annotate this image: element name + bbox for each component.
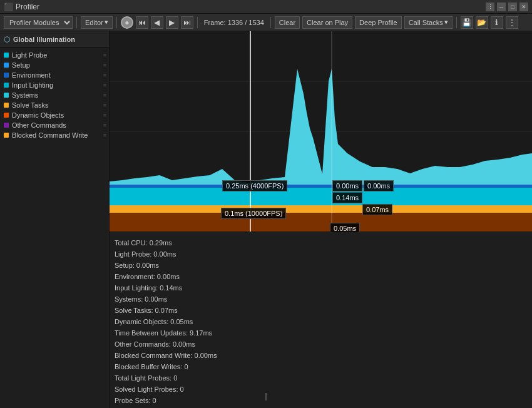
stat-line-6: Solve Tasks: 0.07ms [115,305,527,316]
stat-line-8: Time Between Updates: 9.17ms [115,327,527,339]
record-btn[interactable]: ● [121,16,133,29]
profiler-icon: ⬛ [4,3,13,11]
legend-label-blocked-command-write: Blocked Command Write [12,131,88,139]
section-header: ⬡ Global Illumination [0,31,109,48]
stat-line-5: Systems: 0.00ms [115,293,527,305]
stat-line-3: Environment: 0.00ms [115,271,527,282]
legend-item-other-commands[interactable]: Other Commands ≡ [0,120,109,130]
window-title: Profiler [16,3,486,11]
stat-line-12: Total Light Probes: 0 [115,372,527,384]
more-btn[interactable]: ⋮ [506,16,518,29]
profiler-chart[interactable] [110,31,532,232]
minimize-btn[interactable]: ─ [497,3,506,11]
window-controls: ⋮ ─ □ ✕ [486,3,528,11]
toolbar-separator-1 [76,17,77,28]
legend-handle-blocked-command-write: ≡ [103,132,106,138]
close-btn[interactable]: ✕ [519,3,528,11]
stat-line-14: Probe Sets: 0 [115,395,527,406]
left-panel: ⬡ Global Illumination Light Probe ≡ Setu… [0,31,110,408]
legend-dot-solve-tasks [4,103,9,108]
legend-label-other-commands: Other Commands [12,121,66,129]
stat-line-2: Setup: 0.00ms [115,260,527,271]
title-bar: ⬛ Profiler ⋮ ─ □ ✕ [0,0,532,14]
legend-item-setup[interactable]: Setup ≡ [0,60,109,70]
stat-line-1: Light Probe: 0.00ms [115,248,527,260]
legend-handle-setup: ≡ [103,62,106,68]
legend-list: Light Probe ≡ Setup ≡ Environment ≡ Inpu… [0,48,109,143]
stat-line-7: Dynamic Objects: 0.05ms [115,316,527,327]
stats-panel: Total CPU: 0.29msLight Probe: 0.00msSetu… [110,232,532,408]
legend-handle-dynamic-objects: ≡ [103,112,106,118]
legend-label-environment: Environment [12,71,51,79]
legend-item-input-lighting[interactable]: Input Lighting ≡ [0,80,109,90]
legend-item-light-probe[interactable]: Light Probe ≡ [0,50,109,60]
legend-item-systems[interactable]: Systems ≡ [0,90,109,100]
legend-label-systems: Systems [12,91,38,99]
call-stacks-btn[interactable]: Call Stacks ▾ [404,16,453,29]
legend-label-solve-tasks: Solve Tasks [12,101,49,109]
stat-line-11: Blocked Buffer Writes: 0 [115,361,527,372]
deep-profile-btn[interactable]: Deep Profile [355,16,402,29]
section-icon: ⬡ [4,35,10,44]
legend-handle-systems: ≡ [103,92,106,98]
toolbar-separator-4 [270,17,271,28]
toolbar-separator-2 [116,17,117,28]
legend-label-light-probe: Light Probe [12,51,47,59]
prev-frame-btn[interactable]: ⏮ [136,16,148,29]
legend-label-setup: Setup [12,61,30,69]
legend-item-environment[interactable]: Environment ≡ [0,70,109,80]
step-fwd-btn[interactable]: ▶ [166,16,178,29]
toolbar: Profiler Modules Editor ▾ ● ⏮ ◀ ▶ ⏭ Fram… [0,14,532,31]
save-btn[interactable]: 💾 [461,16,473,29]
legend-handle-light-probe: ≡ [103,52,106,58]
load-btn[interactable]: 📂 [476,16,488,29]
stat-line-4: Input Lighting: 0.14ms [115,282,527,293]
right-panel: 0.25ms (4000FPS) 0.1ms (10000FPS) 0.00ms… [110,31,532,408]
frame-label: Frame: 1336 / 1534 [202,19,267,26]
legend-handle-other-commands: ≡ [103,122,106,128]
legend-item-blocked-command-write[interactable]: Blocked Command Write ≡ [0,130,109,140]
legend-dot-other-commands [4,123,9,128]
legend-label-dynamic-objects: Dynamic Objects [12,111,64,119]
info-btn[interactable]: ℹ [491,16,503,29]
stat-line-0: Total CPU: 0.29ms [115,237,527,248]
maximize-btn[interactable]: □ [508,3,517,11]
profiler-modules-select[interactable]: Profiler Modules [4,16,73,29]
stat-line-13: Solved Light Probes: 0 [115,384,527,395]
legend-dot-environment [4,73,9,78]
legend-dot-blocked-command-write [4,133,9,138]
toolbar-separator-3 [197,17,198,28]
legend-item-dynamic-objects[interactable]: Dynamic Objects ≡ [0,110,109,120]
legend-handle-input-lighting: ≡ [103,82,106,88]
chart-container[interactable]: 0.25ms (4000FPS) 0.1ms (10000FPS) 0.00ms… [110,31,532,232]
stats-lines: Total CPU: 0.29msLight Probe: 0.00msSetu… [115,237,527,408]
legend-handle-environment: ≡ [103,72,106,78]
step-back-btn[interactable]: ◀ [151,16,163,29]
clear-on-play-btn[interactable]: Clear on Play [302,16,352,29]
legend-dot-light-probe [4,53,9,58]
legend-label-input-lighting: Input Lighting [12,81,53,89]
main-content: ⬡ Global Illumination Light Probe ≡ Setu… [0,31,532,408]
editor-btn[interactable]: Editor ▾ [81,16,113,29]
legend-dot-systems [4,93,9,98]
stat-line-10: Blocked Command Write: 0.00ms [115,350,527,361]
clear-btn[interactable]: Clear [275,16,300,29]
legend-dot-setup [4,63,9,68]
legend-handle-solve-tasks: ≡ [103,102,106,108]
next-frame-btn[interactable]: ⏭ [181,16,193,29]
toolbar-separator-5 [456,17,457,28]
legend-dot-input-lighting [4,83,9,88]
legend-dot-dynamic-objects [4,113,9,118]
stat-line-9: Other Commands: 0.00ms [115,339,527,350]
menu-btn[interactable]: ⋮ [486,3,494,11]
section-title: Global Illumination [13,36,75,43]
legend-item-solve-tasks[interactable]: Solve Tasks ≡ [0,100,109,110]
